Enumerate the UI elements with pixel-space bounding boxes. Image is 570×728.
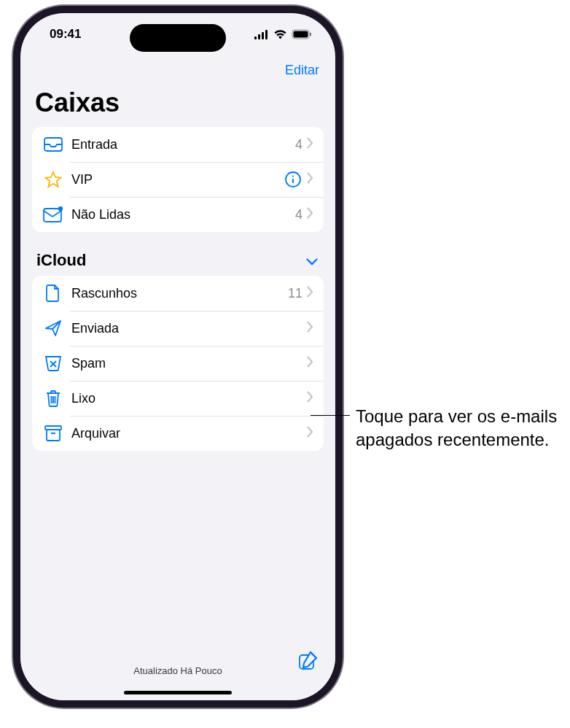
junk-icon [42, 355, 64, 371]
mailbox-count: 4 [295, 137, 302, 152]
phone-frame: 09:41 Editar Caixas Entrada 4 [13, 6, 343, 708]
chevron-right-icon [307, 137, 313, 152]
callout-line [311, 415, 350, 416]
svg-rect-12 [45, 426, 61, 430]
section-title: iCloud [36, 251, 86, 270]
folder-label: Spam [71, 356, 307, 371]
svg-rect-2 [262, 32, 264, 39]
paperplane-icon [42, 320, 64, 337]
update-status: Atualizado Há Pouco [133, 665, 222, 676]
chevron-right-icon [307, 172, 313, 187]
screen: 09:41 Editar Caixas Entrada 4 [20, 13, 335, 700]
edit-button[interactable]: Editar [285, 63, 319, 78]
status-time: 09:41 [50, 27, 81, 42]
folder-spam[interactable]: Spam [32, 346, 324, 381]
svg-rect-3 [265, 30, 268, 39]
folder-label: Rascunhos [71, 286, 288, 301]
svg-rect-6 [310, 33, 311, 36]
svg-point-11 [58, 206, 63, 211]
folder-label: Enviada [71, 321, 307, 336]
folder-drafts[interactable]: Rascunhos 11 [32, 276, 324, 311]
folder-trash[interactable]: Lixo [32, 381, 324, 416]
cellular-icon [254, 30, 269, 39]
mailbox-unread[interactable]: Não Lidas 4 [32, 197, 324, 232]
folder-label: Arquivar [71, 426, 307, 441]
dynamic-island [130, 24, 226, 52]
chevron-right-icon [307, 426, 313, 441]
mailboxes-group: Entrada 4 VIP [32, 127, 324, 232]
trash-icon [42, 390, 64, 407]
svg-rect-10 [44, 209, 61, 222]
callout-text: Toque para ver os e-mails apagados recen… [356, 405, 560, 452]
star-icon [42, 171, 64, 188]
content-area: Editar Caixas Entrada 4 VIP [20, 55, 335, 700]
info-icon[interactable] [285, 171, 301, 187]
mailbox-inbox[interactable]: Entrada 4 [32, 127, 324, 162]
archive-icon [42, 425, 64, 441]
document-icon [42, 284, 64, 302]
chevron-right-icon [307, 356, 313, 371]
wifi-icon [273, 29, 287, 39]
chevron-down-icon [306, 251, 318, 270]
page-title: Caixas [35, 88, 321, 118]
chevron-right-icon [307, 207, 313, 222]
chevron-right-icon [307, 286, 313, 301]
compose-button[interactable] [297, 651, 318, 674]
svg-rect-0 [254, 36, 257, 39]
home-indicator [124, 691, 232, 694]
icloud-group: Rascunhos 11 Enviada Spam [32, 276, 324, 451]
mailbox-label: Não Lidas [71, 207, 295, 222]
mailbox-count: 4 [295, 207, 302, 222]
status-icons [254, 29, 312, 39]
folder-sent[interactable]: Enviada [32, 311, 324, 346]
folder-label: Lixo [71, 391, 307, 406]
battery-icon [292, 29, 312, 39]
mailbox-label: Entrada [71, 137, 295, 152]
nav-bar: Editar [32, 55, 324, 85]
chevron-right-icon [307, 321, 313, 336]
inbox-icon [42, 136, 64, 152]
svg-point-9 [292, 175, 294, 177]
envelope-badge-icon [42, 206, 64, 222]
mailbox-vip[interactable]: VIP [32, 162, 324, 197]
folder-archive[interactable]: Arquivar [32, 416, 324, 451]
svg-rect-5 [294, 31, 308, 38]
mailbox-label: VIP [71, 172, 285, 187]
toolbar: Atualizado Há Pouco [20, 640, 335, 700]
section-header-icloud[interactable]: iCloud [32, 232, 324, 276]
folder-count: 11 [288, 286, 302, 301]
svg-rect-1 [258, 34, 260, 39]
chevron-right-icon [307, 391, 313, 406]
